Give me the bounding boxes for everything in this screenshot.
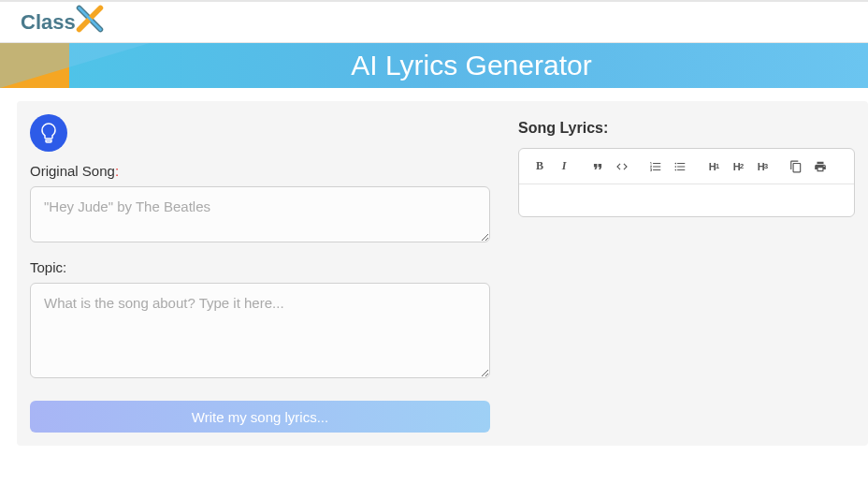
tip-button[interactable] [30, 114, 67, 152]
generate-button[interactable]: Write my song lyrics... [30, 401, 490, 433]
main-content: Original Song: Topic: Write my song lyri… [17, 101, 868, 446]
logo-x-icon [72, 1, 108, 37]
topic-label: Topic: [30, 259, 490, 275]
code-icon [615, 160, 629, 173]
page-title: AI Lyrics Generator [351, 50, 591, 81]
h2-button[interactable]: H2 [727, 155, 749, 178]
original-song-input[interactable] [30, 186, 490, 242]
print-button[interactable] [809, 155, 832, 178]
logo-text: Class [21, 10, 76, 35]
italic-button[interactable]: I [553, 155, 575, 178]
ordered-list-button[interactable] [644, 155, 667, 178]
original-song-label: Original Song: [30, 163, 490, 179]
h3-button[interactable]: H3 [751, 155, 774, 178]
ordered-list-icon [649, 160, 662, 173]
quote-icon [591, 160, 604, 173]
unordered-list-button[interactable] [669, 155, 691, 178]
unordered-list-icon [673, 160, 687, 173]
h1-button[interactable]: H1 [702, 155, 725, 178]
bold-button[interactable]: B [528, 155, 551, 178]
copy-icon [789, 160, 803, 173]
input-panel: Original Song: Topic: Write my song lyri… [30, 114, 490, 433]
logo[interactable]: Class [21, 8, 108, 37]
topic-input[interactable] [30, 283, 490, 378]
quote-button[interactable] [586, 155, 609, 178]
header: Class [0, 0, 868, 43]
editor-content[interactable] [519, 184, 854, 216]
lightbulb-icon [37, 122, 60, 144]
copy-button[interactable] [785, 155, 807, 178]
print-icon [814, 160, 827, 173]
code-button[interactable] [611, 155, 633, 178]
output-label: Song Lyrics: [518, 120, 855, 137]
output-panel: Song Lyrics: B I H1 [518, 114, 855, 433]
lyrics-editor: B I H1 H2 H3 [518, 148, 855, 217]
page-banner: AI Lyrics Generator [0, 43, 868, 88]
editor-toolbar: B I H1 H2 H3 [519, 149, 854, 184]
